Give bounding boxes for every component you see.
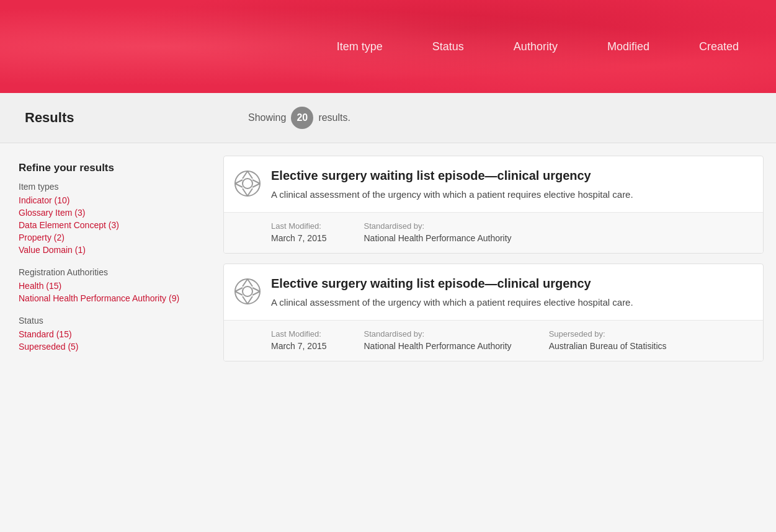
svg-line-17 bbox=[252, 288, 260, 291]
sidebar-link-standard[interactable]: Standard (15) bbox=[19, 329, 198, 339]
result-title-0[interactable]: Elective surgery waiting list episode—cl… bbox=[271, 169, 751, 183]
result-meta-superseded-1: Superseded by: Australian Bureau of Stat… bbox=[549, 329, 667, 353]
header-columns: Item type Status Authority Modified Crea… bbox=[337, 40, 739, 53]
result-content-0: Elective surgery waiting list episode—cl… bbox=[271, 169, 751, 202]
svg-line-14 bbox=[235, 291, 243, 295]
svg-line-15 bbox=[235, 288, 243, 291]
result-card: Elective surgery waiting list episode—cl… bbox=[223, 156, 764, 254]
sidebar-link-superseded[interactable]: Superseded (5) bbox=[19, 342, 198, 352]
sidebar-link-glossary-item[interactable]: Glossary Item (3) bbox=[19, 208, 198, 218]
result-meta-modified-label-1: Last Modified: bbox=[271, 329, 327, 339]
refine-title: Refine your results bbox=[19, 162, 198, 174]
sidebar-link-data-element[interactable]: Data Element Concept (3) bbox=[19, 220, 198, 230]
result-card-1: Elective surgery waiting list episode—cl… bbox=[223, 264, 764, 361]
sidebar: Refine your results Item types Indicator… bbox=[0, 156, 217, 371]
result-meta-standardised-0: Standardised by: National Health Perform… bbox=[364, 221, 512, 245]
header-col-authority: Authority bbox=[514, 40, 558, 53]
result-card-top-1: Elective surgery waiting list episode—cl… bbox=[224, 264, 763, 320]
result-meta-superseded-label-1: Superseded by: bbox=[549, 329, 667, 339]
result-meta-modified-0: Last Modified: March 7, 2015 bbox=[271, 221, 327, 245]
sidebar-link-indicator[interactable]: Indicator (10) bbox=[19, 195, 198, 205]
results-title: Results bbox=[25, 110, 248, 126]
svg-point-0 bbox=[235, 171, 260, 196]
result-content-1: Elective surgery waiting list episode—cl… bbox=[271, 277, 751, 310]
header-col-modified: Modified bbox=[607, 40, 649, 53]
header-col-status: Status bbox=[432, 40, 464, 53]
results-bar: Results Showing 20 results. bbox=[0, 93, 776, 143]
svg-point-10 bbox=[235, 279, 260, 304]
main-layout: Refine your results Item types Indicator… bbox=[0, 143, 776, 384]
sidebar-link-value-domain[interactable]: Value Domain (1) bbox=[19, 245, 198, 255]
sidebar-link-health[interactable]: Health (15) bbox=[19, 281, 198, 291]
results-count: 20 bbox=[291, 107, 313, 129]
item-types-label: Item types bbox=[19, 182, 198, 192]
result-icon-0 bbox=[234, 170, 261, 197]
result-card-top: Elective surgery waiting list episode—cl… bbox=[224, 156, 763, 212]
result-meta-standardised-value-1: National Health Performance Authority bbox=[364, 340, 512, 353]
svg-line-4 bbox=[235, 184, 243, 187]
result-meta-modified-value-0: March 7, 2015 bbox=[271, 233, 327, 245]
sidebar-link-nhpa[interactable]: National Health Performance Authority (9… bbox=[19, 293, 198, 303]
result-meta-modified-label-0: Last Modified: bbox=[271, 221, 327, 231]
svg-line-6 bbox=[252, 184, 260, 187]
result-meta-superseded-value-1: Australian Bureau of Statisitics bbox=[549, 340, 667, 353]
result-icon-1 bbox=[234, 278, 261, 305]
result-description-1: A clinical assessment of the urgency wit… bbox=[271, 296, 751, 310]
result-meta-standardised-1: Standardised by: National Health Perform… bbox=[364, 329, 512, 353]
sidebar-link-property[interactable]: Property (2) bbox=[19, 233, 198, 242]
item-types-group: Item types Indicator (10) Glossary Item … bbox=[19, 182, 198, 255]
svg-point-11 bbox=[243, 286, 252, 296]
result-meta-standardised-label-1: Standardised by: bbox=[364, 329, 512, 339]
header-col-item-type: Item type bbox=[337, 40, 383, 53]
status-label: Status bbox=[19, 316, 198, 326]
results-list: Elective surgery waiting list episode—cl… bbox=[217, 156, 776, 371]
result-card-bottom-0: Last Modified: March 7, 2015 Standardise… bbox=[224, 212, 763, 254]
result-meta-modified-1: Last Modified: March 7, 2015 bbox=[271, 329, 327, 353]
header-col-created: Created bbox=[699, 40, 739, 53]
svg-line-16 bbox=[252, 291, 260, 295]
results-showing: Showing 20 results. bbox=[248, 107, 350, 129]
showing-label: Showing bbox=[248, 112, 286, 123]
result-card-bottom-1: Last Modified: March 7, 2015 Standardise… bbox=[224, 320, 763, 361]
status-group: Status Standard (15) Superseded (5) bbox=[19, 316, 198, 352]
result-meta-modified-value-1: March 7, 2015 bbox=[271, 340, 327, 353]
svg-point-1 bbox=[243, 179, 252, 188]
result-title-1[interactable]: Elective surgery waiting list episode—cl… bbox=[271, 277, 751, 291]
result-meta-standardised-label-0: Standardised by: bbox=[364, 221, 512, 231]
svg-line-7 bbox=[252, 180, 260, 184]
svg-line-5 bbox=[235, 180, 243, 184]
header-banner: Item type Status Authority Modified Crea… bbox=[0, 0, 776, 93]
result-meta-standardised-value-0: National Health Performance Authority bbox=[364, 233, 512, 245]
reg-authorities-label: Registration Authorities bbox=[19, 267, 198, 277]
reg-authorities-group: Registration Authorities Health (15) Nat… bbox=[19, 267, 198, 303]
result-description-0: A clinical assessment of the urgency wit… bbox=[271, 188, 751, 202]
results-label: results. bbox=[318, 112, 350, 123]
